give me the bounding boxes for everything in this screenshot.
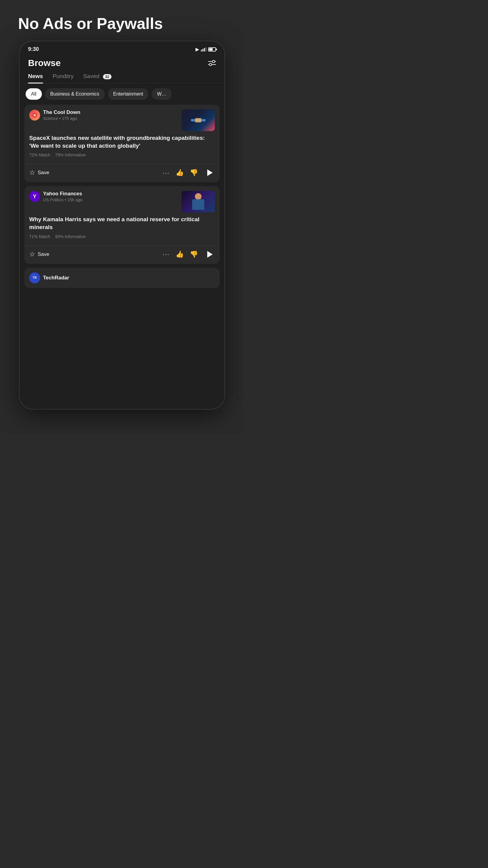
phone-frame: 9:30 ▶ Browse (20, 41, 224, 409)
article-card-3-partial: TR TechRadar (24, 268, 220, 288)
svg-rect-3 (205, 47, 206, 52)
article-meta-2: US Politics • 15h ago (43, 197, 83, 202)
svg-point-5 (213, 60, 215, 63)
svg-point-7 (209, 63, 212, 66)
source-logo-cool-down (29, 110, 40, 121)
svg-rect-0 (201, 50, 202, 52)
source-info-2: Y Yahoo Finances US Politics • 15h ago (29, 191, 83, 202)
filter-icon (208, 60, 216, 66)
main-tabs: News Punditry Saved 32 (20, 73, 224, 84)
article-headline-2: Why Kamala Harris says we need a nationa… (29, 216, 215, 231)
save-button-2[interactable]: ☆ Save (29, 250, 50, 258)
article-thumbnail-1 (182, 110, 215, 131)
filter-entertainment[interactable]: Entertainment (108, 88, 149, 100)
thumbs-up-1[interactable]: 👍 (175, 169, 184, 177)
thumbs-up-2[interactable]: 👍 (175, 250, 184, 258)
more-button-2[interactable]: ··· (163, 251, 170, 258)
star-icon-1: ☆ (29, 169, 35, 177)
browse-title: Browse (28, 58, 61, 68)
play-button-2[interactable] (204, 249, 215, 260)
signal-icon (201, 47, 206, 52)
saved-badge: 32 (103, 74, 111, 79)
svg-rect-1 (202, 49, 203, 52)
filter-business[interactable]: Business & Economics (45, 88, 105, 100)
play-icon-1 (207, 169, 213, 176)
category-filters: All Business & Economics Entertainment W… (20, 84, 224, 104)
article-stats-2: 71% Match 80% Informative (29, 234, 215, 239)
svg-point-10 (34, 115, 35, 116)
article-meta-1: Science • 17h ago (43, 116, 80, 121)
page-title: No Ads or Paywalls (18, 15, 226, 32)
source-name-1: The Cool Down (43, 110, 80, 116)
article-actions-2: ☆ Save ··· 👍 👎 (24, 246, 220, 264)
battery-icon (208, 47, 216, 52)
app-header: Browse (20, 55, 224, 73)
wifi-icon: ▶ (195, 46, 199, 52)
page-header: No Ads or Paywalls (0, 0, 244, 41)
status-bar: 9:30 ▶ (20, 41, 224, 55)
filter-all[interactable]: All (26, 88, 42, 100)
article-headline-1: SpaceX launches new satellite with groun… (29, 134, 215, 150)
star-icon-2: ☆ (29, 250, 35, 258)
filter-button[interactable] (208, 60, 216, 66)
filter-world[interactable]: W… (152, 88, 172, 100)
status-time: 9:30 (28, 46, 39, 53)
play-icon-2 (207, 251, 213, 258)
tab-saved[interactable]: Saved 32 (83, 73, 111, 83)
status-icons: ▶ (195, 46, 216, 52)
article-stats-1: 72% Match 79% Informative (29, 153, 215, 157)
article-actions-1: ☆ Save ··· 👍 👎 (24, 164, 220, 182)
source-name-3: TechRadar (43, 275, 69, 281)
source-name-2: Yahoo Finances (43, 191, 83, 197)
more-button-1[interactable]: ··· (163, 169, 170, 176)
thumbs-down-1[interactable]: 👎 (190, 169, 198, 177)
source-logo-yahoo: Y (29, 191, 40, 202)
article-card-1: The Cool Down Science • 17h ago (24, 104, 220, 182)
source-logo-techradar: TR (29, 273, 40, 283)
save-button-1[interactable]: ☆ Save (29, 169, 50, 177)
svg-rect-2 (204, 48, 205, 52)
article-thumbnail-2 (182, 191, 215, 213)
articles-container: The Cool Down Science • 17h ago (20, 104, 224, 288)
play-button-1[interactable] (204, 167, 215, 178)
tab-punditry[interactable]: Punditry (53, 73, 74, 83)
thumbs-down-2[interactable]: 👎 (190, 250, 198, 258)
source-info-1: The Cool Down Science • 17h ago (29, 110, 80, 121)
article-card-2: Y Yahoo Finances US Politics • 15h ago (24, 186, 220, 264)
tab-news[interactable]: News (28, 73, 43, 83)
